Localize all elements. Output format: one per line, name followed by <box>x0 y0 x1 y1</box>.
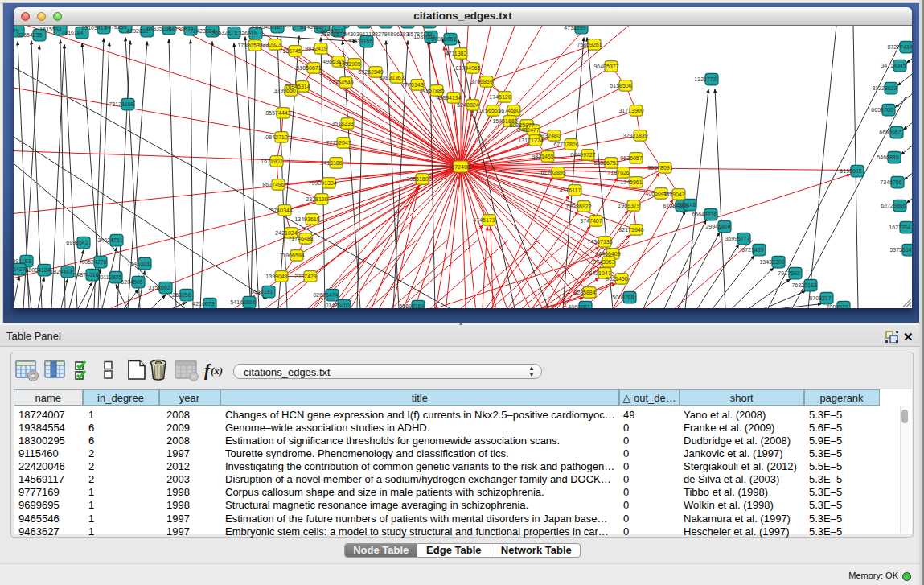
svg-text:02654235: 02654235 <box>17 32 42 38</box>
svg-text:34874016: 34874016 <box>73 272 98 278</box>
svg-text:9912419: 9912419 <box>305 46 326 51</box>
svg-text:4896383: 4896383 <box>387 31 409 37</box>
svg-text:1746120: 1746120 <box>489 94 511 100</box>
svg-text:7193745: 7193745 <box>279 48 301 54</box>
svg-text:18724007: 18724007 <box>448 163 473 169</box>
svg-text:71746488: 71746488 <box>288 236 313 241</box>
svg-text:2787429: 2787429 <box>294 274 316 279</box>
svg-text:2328120: 2328120 <box>306 196 327 202</box>
svg-text:8708317: 8708317 <box>809 295 831 301</box>
svg-text:29946804: 29946804 <box>705 224 730 229</box>
svg-text:6658760: 6658760 <box>871 107 893 113</box>
svg-text:4738299: 4738299 <box>564 26 585 31</box>
svg-text:1326773: 1326773 <box>694 76 716 82</box>
svg-text:77752047: 77752047 <box>326 140 351 146</box>
svg-text:4216073: 4216073 <box>192 301 214 307</box>
svg-text:36995777: 36995777 <box>725 236 749 241</box>
svg-text:62729806: 62729806 <box>881 203 906 208</box>
svg-text:9413186: 9413186 <box>320 160 342 166</box>
svg-text:82175946: 82175946 <box>618 227 643 233</box>
svg-text:55698169: 55698169 <box>399 303 424 308</box>
svg-text:9521456: 9521456 <box>606 276 627 282</box>
svg-text:8677496: 8677496 <box>262 182 284 187</box>
svg-text:4745171: 4745171 <box>473 217 495 223</box>
svg-text:32931839: 32931839 <box>622 133 647 138</box>
svg-text:4711382: 4711382 <box>446 51 467 56</box>
svg-text:5098393: 5098393 <box>321 28 343 34</box>
svg-text:6204505: 6204505 <box>121 279 142 285</box>
svg-text:02606474: 02606474 <box>313 292 338 298</box>
svg-text:4060883: 4060883 <box>568 304 589 308</box>
svg-text:53755646: 53755646 <box>889 247 912 253</box>
svg-text:2421024: 2421024 <box>275 230 297 236</box>
svg-text:3709859: 3709859 <box>470 79 492 84</box>
svg-text:5240824: 5240824 <box>457 102 478 108</box>
svg-text:1671902: 1671902 <box>261 159 282 164</box>
svg-text:13493618: 13493618 <box>294 216 319 222</box>
svg-text:76320163: 76320163 <box>791 282 816 288</box>
svg-text:49894134: 49894134 <box>436 95 461 101</box>
svg-text:81754965: 81754965 <box>455 65 480 71</box>
svg-text:7770143: 7770143 <box>401 82 423 88</box>
svg-text:96405377: 96405377 <box>593 64 618 69</box>
svg-text:6193990: 6193990 <box>840 168 861 174</box>
svg-text:7187026: 7187026 <box>607 170 629 175</box>
svg-text:0330923: 0330923 <box>259 42 281 47</box>
svg-text:9743953: 9743953 <box>593 259 614 265</box>
svg-text:13171274: 13171274 <box>518 138 543 143</box>
svg-text:86578091: 86578091 <box>647 165 672 171</box>
svg-text:4192832: 4192832 <box>126 28 148 34</box>
svg-text:54145868: 54145868 <box>230 299 255 305</box>
svg-text:1627204: 1627204 <box>889 225 910 230</box>
svg-text:5466889: 5466889 <box>877 154 898 160</box>
svg-text:27354549: 27354549 <box>328 80 353 85</box>
svg-text:3529042: 3529042 <box>663 192 684 197</box>
svg-text:8721489: 8721489 <box>741 247 763 253</box>
svg-text:9636057: 9636057 <box>620 155 642 161</box>
svg-text:9421047: 9421047 <box>589 270 610 276</box>
svg-text:98084124: 98084124 <box>25 267 50 273</box>
svg-text:73178108: 73178108 <box>109 101 133 107</box>
svg-text:55886753: 55886753 <box>593 160 618 166</box>
svg-text:3482477: 3482477 <box>517 127 539 133</box>
svg-text:7917693: 7917693 <box>778 270 799 276</box>
svg-text:0842710: 0842710 <box>265 134 287 140</box>
svg-text:5430391: 5430391 <box>343 31 365 37</box>
svg-text:31713900: 31713900 <box>618 108 643 113</box>
svg-text:01429401: 01429401 <box>325 303 350 308</box>
svg-text:7182278: 7182278 <box>365 31 387 37</box>
svg-text:5674680: 5674680 <box>498 108 519 113</box>
svg-text:67737826: 67737826 <box>553 142 578 147</box>
svg-text:13433200: 13433200 <box>759 259 784 265</box>
svg-text:1969379: 1969379 <box>618 203 639 208</box>
svg-text:7991183: 7991183 <box>14 258 31 264</box>
svg-text:3387262: 3387262 <box>306 26 327 28</box>
svg-text:3285884: 3285884 <box>573 290 595 295</box>
svg-text:1615594: 1615594 <box>39 27 61 32</box>
svg-text:3518233: 3518233 <box>331 121 353 126</box>
svg-text:65648236: 65648236 <box>692 212 717 217</box>
svg-text:87277434: 87277434 <box>887 44 912 50</box>
svg-text:34957885: 34957885 <box>419 88 444 93</box>
svg-text:94406409: 94406409 <box>595 251 620 257</box>
svg-text:99091334: 99091334 <box>311 180 336 186</box>
svg-text:5009788: 5009788 <box>612 295 634 300</box>
svg-text:1399049: 1399049 <box>265 274 287 279</box>
svg-text:7346706: 7346706 <box>880 179 901 185</box>
svg-text:79740344: 79740344 <box>267 208 292 213</box>
svg-text:3158692: 3158692 <box>148 285 170 290</box>
svg-text:5158506: 5158506 <box>610 83 631 89</box>
svg-text:62702895: 62702895 <box>540 170 565 175</box>
svg-text:51850671: 51850671 <box>296 65 321 71</box>
svg-text:25135427: 25135427 <box>14 266 26 272</box>
svg-text:7543303: 7543303 <box>127 261 149 266</box>
svg-text:71906594: 71906594 <box>279 253 304 258</box>
svg-text:80831367: 80831367 <box>379 75 404 80</box>
svg-text:6998543: 6998543 <box>66 240 88 245</box>
svg-text:34714345: 34714345 <box>881 63 906 68</box>
svg-text:6475255: 6475255 <box>105 26 126 30</box>
svg-text:9821465: 9821465 <box>532 154 553 159</box>
svg-text:1745961: 1745961 <box>620 179 642 185</box>
svg-text:57262849: 57262849 <box>358 69 383 75</box>
svg-text:04499727: 04499727 <box>570 152 595 158</box>
